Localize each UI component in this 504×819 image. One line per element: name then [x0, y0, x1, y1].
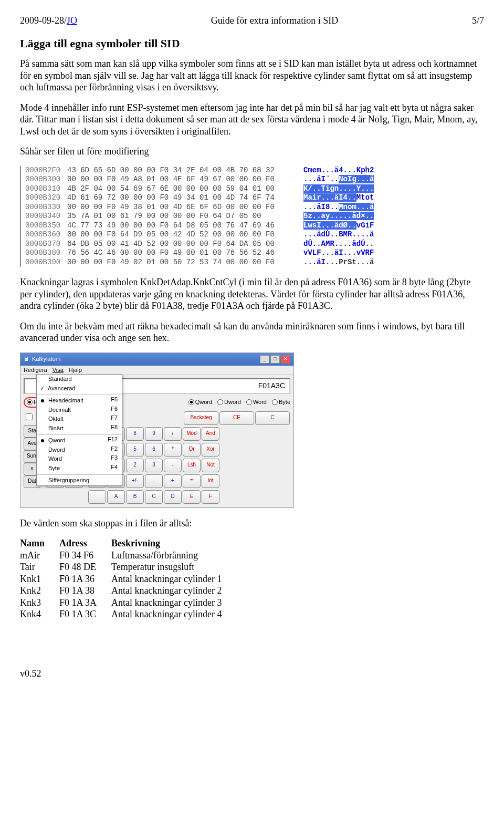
hex-bytes: 4C 77 73 49 00 00 00 F0 64 D8 05 00 76 4…	[67, 221, 288, 231]
radio-dword[interactable]: Dword	[217, 399, 241, 406]
hex-ascii: Cmem...ä4...Kph2	[303, 166, 374, 175]
header-author-link[interactable]: JO	[67, 15, 77, 26]
menu-item[interactable]: ByteF4	[37, 464, 122, 473]
checkbox-icon[interactable]	[26, 413, 33, 420]
calc-key[interactable]: +	[164, 474, 182, 488]
calc-key[interactable]: Int	[202, 474, 219, 488]
table-cell: F0 1A 38	[59, 585, 111, 597]
paragraph-6: De värden som ska stoppas in i filen är …	[20, 517, 484, 530]
table-cell: Luftmassa/förbränning	[111, 550, 236, 562]
menu-shortcut: F3	[111, 454, 118, 462]
table-cell: F0 1A 3C	[59, 608, 111, 620]
hex-ascii: 5z..ay.....äd×..	[303, 212, 374, 221]
calc-key[interactable]: Not	[202, 459, 219, 472]
table-cell: Tair	[20, 561, 59, 573]
menu-item[interactable]: OktaltF7	[37, 414, 122, 424]
calc-key[interactable]: /	[164, 427, 182, 441]
calc-key[interactable]: Lsh	[183, 459, 201, 472]
menu-item[interactable]: Standard	[37, 375, 122, 384]
calc-key[interactable]: -	[164, 459, 182, 472]
hex-ascii: ...äI¨..NoIg...ä	[303, 175, 374, 184]
calc-key[interactable]: F	[202, 490, 219, 504]
values-table: NamnAdressBeskrivningmAirF0 34 F6Luftmas…	[20, 537, 236, 620]
bullet-icon	[41, 399, 44, 402]
table-cell: Knk3	[20, 597, 59, 609]
calc-edit-button[interactable]: CE	[219, 411, 254, 425]
table-header: Beskrivning	[111, 537, 236, 550]
radio-word[interactable]: Word	[246, 399, 267, 406]
footer-version: v0.52	[20, 668, 484, 680]
calc-key[interactable]: 5	[126, 443, 144, 457]
hex-ascii: ...äI...PrSt...ä	[303, 258, 374, 267]
menu-item[interactable]: QwordF12	[37, 436, 122, 445]
header-center: Guide för extra information i SID	[211, 15, 338, 27]
menu-item-label: Standard	[48, 376, 72, 383]
calc-edit-button[interactable]: C	[255, 411, 290, 425]
maximize-button[interactable]: □	[270, 355, 280, 364]
menu-view[interactable]: Visa	[52, 367, 64, 374]
hex-address: 0000B330	[25, 203, 67, 212]
calc-key[interactable]	[88, 490, 106, 504]
hex-bytes: 76 56 4C 46 00 00 00 F0 49 00 01 00 76 5…	[67, 248, 288, 258]
table-cell: Antal knackningar cylinder 4	[111, 608, 236, 620]
calc-key[interactable]: 6	[145, 443, 163, 457]
menu-item[interactable]: HexadecimaltF5	[37, 396, 122, 406]
menu-item[interactable]: DecimaltF6	[37, 406, 122, 415]
calc-key[interactable]: 3	[145, 459, 163, 472]
radio-qword[interactable]: Qword	[188, 399, 212, 406]
hex-row: 0000B39000 00 00 F0 49 02 01 00 50 72 53…	[25, 258, 484, 267]
calc-key[interactable]: And	[202, 427, 219, 441]
calc-key[interactable]: Xor	[202, 443, 219, 457]
menu-item[interactable]: WordF3	[37, 454, 122, 464]
app-icon: 🖩	[24, 356, 29, 363]
hex-address: 0000B300	[25, 175, 67, 184]
calc-key[interactable]: =	[183, 474, 201, 488]
calc-key[interactable]: Or	[183, 443, 201, 457]
hex-bytes: 64 DB 05 00 41 4D 52 00 00 00 00 F0 64 D…	[67, 240, 288, 249]
hex-address: 0000B2F0	[25, 166, 67, 175]
menu-item[interactable]: BinärtF8	[37, 424, 122, 433]
paragraph-1: På samma sätt som man kan slå upp vilka …	[20, 58, 484, 94]
table-row: Knk2F0 1A 38Antal knackningar cylinder 2	[20, 585, 236, 597]
minimize-button[interactable]: _	[260, 355, 269, 364]
menu-edit[interactable]: Redigera	[24, 367, 47, 374]
hex-ascii: K/..Tign....Y...	[303, 184, 374, 194]
close-button[interactable]: ✕	[281, 355, 290, 364]
menu-item-label: Avancerad	[48, 385, 75, 392]
calc-key[interactable]: 2	[126, 459, 144, 472]
calc-key[interactable]: Mod	[183, 427, 201, 441]
calc-edit-button[interactable]: Backsteg	[184, 411, 218, 425]
menu-separator	[37, 434, 122, 435]
hex-address: 0000B340	[25, 212, 67, 221]
radio-dword-label: Dword	[224, 399, 241, 406]
menu-item-label: Qword	[48, 437, 65, 444]
calc-key[interactable]: +/-	[126, 474, 144, 488]
table-cell: Temperatur insugsluft	[111, 561, 236, 573]
calc-key[interactable]: A	[107, 490, 125, 504]
hex-row: 0000B38076 56 4C 46 00 00 00 F0 49 00 01…	[25, 248, 484, 258]
hex-address: 0000B310	[25, 184, 67, 194]
radio-dot-icon	[246, 399, 252, 405]
calc-key[interactable]: B	[126, 490, 144, 504]
header-left: 2009-09-28/JO	[20, 15, 77, 27]
menu-help[interactable]: Hjälp	[69, 367, 82, 374]
hex-bytes: 00 00 00 F0 64 D9 05 00 42 4D 52 00 00 0…	[67, 230, 288, 240]
paragraph-5: Om du inte är bekväm med att räkna hexad…	[20, 320, 484, 344]
calc-key[interactable]: 8	[126, 427, 144, 441]
calc-key[interactable]: E	[183, 490, 201, 504]
calc-key[interactable]: *	[164, 443, 182, 457]
table-header: Adress	[59, 537, 111, 550]
calc-key[interactable]: .	[145, 474, 163, 488]
calc-key[interactable]: D	[164, 490, 182, 504]
window-title: Kalkylatorn	[32, 356, 60, 363]
menu-item[interactable]: ✓Avancerad	[37, 384, 122, 393]
radio-word-label: Word	[253, 399, 267, 406]
radio-byte[interactable]: Byte	[272, 399, 290, 406]
hex-bytes: 4D 61 69 72 00 00 00 F0 49 34 01 00 4D 7…	[67, 193, 288, 203]
menu-item[interactable]: Siffergruppering	[37, 476, 122, 485]
menu-item[interactable]: DwordF2	[37, 445, 122, 455]
hex-ascii: Mair...äI4..Mtot	[303, 193, 374, 203]
calc-key[interactable]: 9	[145, 427, 163, 441]
calc-key[interactable]: C	[145, 490, 163, 504]
menu-item-label: Siffergruppering	[48, 477, 89, 484]
